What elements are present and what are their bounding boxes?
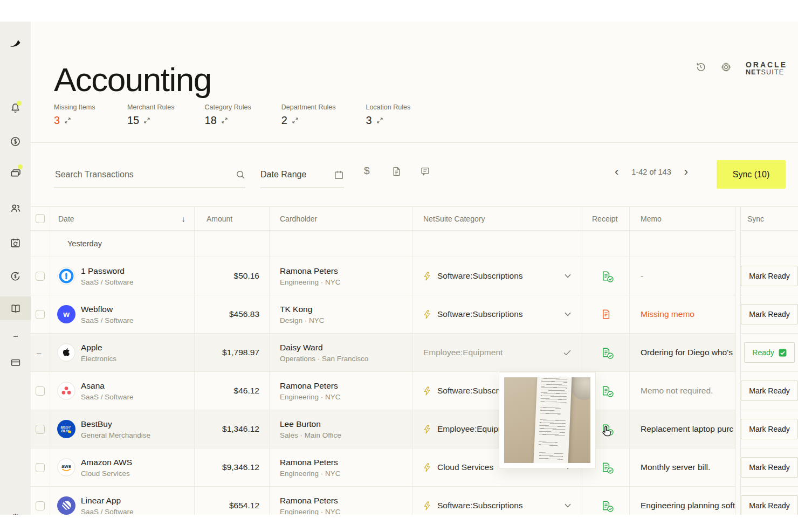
settings-gear-icon[interactable] [720,61,732,75]
memo-filter-icon[interactable] [420,166,430,178]
table-row[interactable]: – w Webflow SaaS / Software $456.83 TK K… [31,295,798,334]
receipt-cell [582,334,630,372]
stat-expand-link[interactable]: 3 [54,114,97,127]
receipt-icon[interactable] [601,347,611,358]
receipt-icon[interactable] [601,462,611,473]
sidebar-item-dash[interactable] [0,324,31,348]
sidebar-item-billing[interactable] [0,129,31,153]
merchant-cell: 1 Password SaaS / Software [50,257,195,295]
receipt-icon[interactable] [601,271,611,281]
merchant-cell: aws Amazon AWS Cloud Services [50,448,195,487]
ramp-logo[interactable] [0,31,31,55]
table-row[interactable]: – BESTBUY BestBuy General Merchandise $1… [31,410,798,448]
stat-expand-link[interactable]: 18 [205,114,251,127]
cardholder-name: Ramona Peters [280,381,341,391]
sidebar-item-notifications[interactable] [0,96,31,120]
memo-cell[interactable]: Ordering for Diego who's [630,334,736,372]
mark-ready-button[interactable]: Mark Ready [741,266,797,286]
stat-expand-link[interactable]: 15 [127,114,175,127]
memo-cell[interactable]: Missing memo [630,295,736,334]
sidebar-item-credit-card[interactable] [0,350,31,374]
cardholder-department: Operations · San Francisco [280,355,368,363]
row-checkbox[interactable] [36,310,45,319]
sync-button[interactable]: Sync (10) [717,160,786,189]
sidebar-item-people[interactable] [0,196,31,220]
column-header-amount: Amount [195,207,270,231]
table-row[interactable]: – 1 Password SaaS / Software $50.16 Ramo… [31,257,798,295]
memo-cell[interactable]: Engineering planning soft [630,487,736,515]
ready-check-icon [779,349,787,357]
memo-cell[interactable]: Monthly server bill. [630,448,736,487]
category-select[interactable]: Software:Subscriptions [412,487,582,515]
search-input[interactable] [54,169,236,180]
mark-ready-button[interactable]: Mark Ready [741,304,797,324]
chevron-down-icon [565,312,571,316]
amount-cell: $46.12 [195,372,270,410]
memo-cell[interactable]: Memo not required. [630,372,736,410]
receipt-icon[interactable] [601,309,611,320]
accounting-page: ⚙ Accounting ORACLE NETSUITE Missing Ite… [0,0,798,532]
mark-ready-button[interactable]: Mark Ready [741,419,797,439]
merchant-category: General Merchandise [81,431,150,439]
date-range-filter[interactable]: Date Range [260,162,344,188]
merchant-cell: Apple Electronics [50,334,195,372]
receipt-filter-icon[interactable] [391,166,402,179]
merchant-logo: aws [57,458,75,476]
amount-filter-icon[interactable]: $ [364,165,370,177]
sync-cell: Ready [741,334,798,372]
merchant-logo [57,496,75,515]
row-select-cell: – [31,372,50,410]
category-select[interactable]: Employee:Equipment [412,334,582,372]
category-select[interactable]: Software:Subscriptions [412,295,582,334]
table-row[interactable]: – Linear App SaaS / Software $654.12 Ram… [31,487,798,515]
row-checkbox[interactable] [36,386,45,396]
cardholder-name: Ramona Peters [280,458,341,467]
merchant-cell: Asana SaaS / Software [50,372,195,410]
merchant-category: SaaS / Software [81,393,134,401]
table-row[interactable]: – Asana SaaS / Software $46.12 Ramona Pe… [31,372,798,410]
column-header-receipt: Receipt [582,207,630,231]
sync-cell: Mark Ready [741,295,798,334]
history-icon[interactable] [695,61,706,75]
amount-cell: $1,346.12 [195,410,270,448]
memo-cell[interactable]: Replacement laptop purc [630,410,736,448]
sync-cell: Mark Ready [741,257,798,295]
cardholder-name: TK Kong [280,305,325,314]
row-checkbox[interactable] [36,501,45,510]
row-checkbox[interactable] [36,425,45,434]
stat-expand-link[interactable]: 2 [281,114,336,127]
receipt-icon[interactable] [601,500,611,511]
stat-expand-link[interactable]: 3 [366,114,410,127]
table-row[interactable]: – Apple Electronics $1,798.97 Daisy Ward… [31,334,798,372]
receipt-icon[interactable] [601,385,611,396]
category-value: Software:Subscriptions [437,271,558,281]
mark-ready-button[interactable]: Mark Ready [741,457,797,478]
memo-cell[interactable]: - [630,257,736,295]
merchant-name: Apple [81,343,116,353]
sidebar-item-cashback[interactable] [0,264,31,288]
row-checkbox[interactable] [36,463,45,472]
sort-desc-icon: ↓ [182,214,186,223]
amount-cell: $50.16 [195,257,270,295]
column-header-date[interactable]: Date↓ [50,207,195,231]
stat-merchant-rules: Merchant Rules 15 [127,103,175,127]
cardholder-cell: Ramona Peters Engineering · NYC [270,448,412,487]
next-page-chevron[interactable]: › [684,166,688,178]
table-row[interactable]: – aws Amazon AWS Cloud Services $9,346.1… [31,448,798,487]
receipt-cell [582,257,630,295]
mark-ready-button[interactable]: Mark Ready [741,495,797,515]
cards-dot [18,164,23,169]
category-select[interactable]: Software:Subscriptions [412,257,582,295]
row-select-cell: – [31,448,50,487]
sidebar-item-accounting[interactable] [0,296,31,320]
page-title: Accounting [54,60,211,99]
sidebar-item-cards[interactable] [0,161,31,184]
merchant-logo: w [57,305,75,323]
row-checkbox[interactable] [36,272,45,281]
receipt-verified-badge [607,391,614,397]
sidebar-item-calendar-sync[interactable] [0,231,31,254]
select-all-checkbox[interactable] [36,214,45,223]
mark-ready-button[interactable]: Mark Ready [741,381,797,401]
prev-page-chevron[interactable]: ‹ [615,166,618,178]
mark-ready-button[interactable]: Ready [744,342,794,363]
